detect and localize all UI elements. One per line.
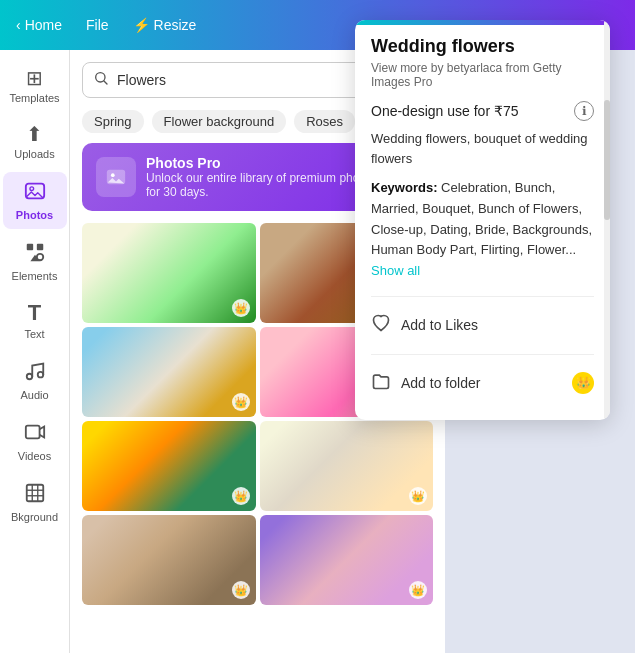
keywords-label: Keywords: <box>371 180 437 195</box>
premium-badge-3: 👑 <box>232 393 250 411</box>
premium-badge-6: 👑 <box>409 487 427 505</box>
svg-rect-2 <box>26 244 32 250</box>
home-label: Home <box>25 17 62 33</box>
text-icon: T <box>28 302 41 324</box>
sidebar-item-audio[interactable]: Audio <box>3 352 67 409</box>
premium-badge-7: 👑 <box>232 581 250 599</box>
sidebar-label-photos: Photos <box>16 209 53 221</box>
photo-item-3[interactable]: 👑 <box>82 327 256 417</box>
resize-label: Resize <box>154 17 197 33</box>
sidebar-item-templates[interactable]: ⊞ Templates <box>3 60 67 112</box>
popup-divider-1 <box>371 296 594 297</box>
info-icon[interactable]: ℹ <box>574 101 594 121</box>
photo-item-1[interactable]: 👑 <box>82 223 256 323</box>
resize-nav-button[interactable]: ⚡ Resize <box>133 17 197 33</box>
videos-icon <box>24 421 46 446</box>
home-nav-button[interactable]: ‹ Home <box>16 17 62 33</box>
left-sidebar: ⊞ Templates ⬆ Uploads Photos Elements T <box>0 50 70 653</box>
filter-chip-roses[interactable]: Roses <box>294 110 355 133</box>
popup-scrollbar-thumb <box>604 100 610 220</box>
search-icon[interactable] <box>93 70 109 90</box>
premium-badge-1: 👑 <box>232 299 250 317</box>
file-nav-button[interactable]: File <box>86 17 109 33</box>
popup-price: One-design use for ₹75 <box>371 103 519 119</box>
popup-description: Wedding flowers, bouquet of wedding flow… <box>371 129 594 168</box>
photo-details-popup: Wedding flowers View more by betyarlaca … <box>355 20 610 420</box>
sidebar-item-videos[interactable]: Videos <box>3 413 67 470</box>
svg-rect-3 <box>36 244 42 250</box>
premium-badge-5: 👑 <box>232 487 250 505</box>
popup-price-row: One-design use for ₹75 ℹ <box>371 101 594 121</box>
popup-gradient-strip <box>355 20 610 25</box>
sidebar-label-videos: Videos <box>18 450 51 462</box>
add-to-likes-label: Add to Likes <box>401 317 478 333</box>
popup-subtitle: View more by betyarlaca from Getty Image… <box>371 61 594 89</box>
sidebar-label-templates: Templates <box>9 92 59 104</box>
svg-rect-9 <box>26 485 43 502</box>
add-to-folder-button[interactable]: Add to folder 👑 <box>371 363 594 404</box>
uploads-icon: ⬆ <box>26 124 43 144</box>
sidebar-label-text: Text <box>24 328 44 340</box>
photo-item-7[interactable]: 👑 <box>82 515 256 605</box>
show-all-link[interactable]: Show all <box>371 263 420 278</box>
filter-chip-spring[interactable]: Spring <box>82 110 144 133</box>
premium-badge-8: 👑 <box>409 581 427 599</box>
photo-item-8[interactable]: 👑 <box>260 515 434 605</box>
popup-title: Wedding flowers <box>371 36 594 57</box>
sidebar-label-bkground: Bkground <box>11 511 58 523</box>
svg-point-5 <box>36 254 42 260</box>
folder-premium-badge: 👑 <box>572 372 594 394</box>
sidebar-label-elements: Elements <box>12 270 58 282</box>
sidebar-item-text[interactable]: T Text <box>3 294 67 348</box>
sidebar-item-bkground[interactable]: Bkground <box>3 474 67 531</box>
elements-icon <box>24 241 46 266</box>
photo-item-6[interactable]: 👑 <box>260 421 434 511</box>
svg-point-7 <box>37 372 43 378</box>
photos-pro-icon <box>96 157 136 197</box>
add-to-folder-label: Add to folder <box>401 375 480 391</box>
sidebar-item-uploads[interactable]: ⬆ Uploads <box>3 116 67 168</box>
svg-point-1 <box>29 187 33 191</box>
photos-icon <box>24 180 46 205</box>
sidebar-label-uploads: Uploads <box>14 148 54 160</box>
popup-divider-2 <box>371 354 594 355</box>
search-input[interactable] <box>117 72 375 88</box>
folder-icon <box>371 371 391 396</box>
templates-icon: ⊞ <box>26 68 43 88</box>
svg-point-6 <box>26 374 32 380</box>
sidebar-item-photos[interactable]: Photos <box>3 172 67 229</box>
resize-icon: ⚡ <box>133 17 150 33</box>
audio-icon <box>24 360 46 385</box>
heart-icon <box>371 313 391 338</box>
add-to-likes-button[interactable]: Add to Likes <box>371 305 594 346</box>
filter-chip-flower-bg[interactable]: Flower background <box>152 110 287 133</box>
popup-keywords: Keywords: Celebration, Bunch, Married, B… <box>371 178 594 282</box>
photo-item-5[interactable]: 👑 <box>82 421 256 511</box>
bkground-icon <box>24 482 46 507</box>
svg-point-16 <box>111 173 115 177</box>
svg-rect-8 <box>25 426 39 439</box>
sidebar-label-audio: Audio <box>20 389 48 401</box>
sidebar-item-elements[interactable]: Elements <box>3 233 67 290</box>
popup-scrollbar[interactable] <box>604 20 610 420</box>
back-chevron-icon: ‹ <box>16 17 21 33</box>
